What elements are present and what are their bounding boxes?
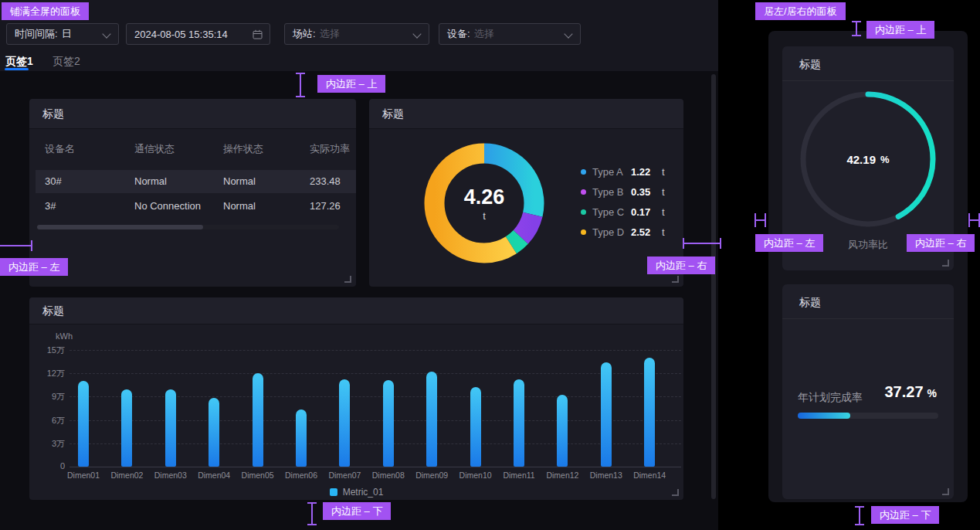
interval-select[interactable]: 时间间隔: 日: [6, 23, 119, 45]
donut-chart: [420, 139, 548, 267]
table-cell: 30#: [45, 170, 62, 193]
gridline: [70, 467, 681, 467]
table-row: 3#No ConnectionNormal127.26: [36, 195, 356, 218]
bar: [557, 395, 568, 467]
table-cell: Normal: [223, 195, 256, 218]
legend-value: 1.22: [631, 166, 656, 178]
device-select[interactable]: 设备: 选择: [439, 23, 581, 45]
legend-item[interactable]: Type B0.35t: [581, 182, 665, 202]
x-axis-tick-label: Dimen12: [537, 471, 587, 480]
progress-metric-label: 年计划完成率: [798, 391, 863, 405]
bar: [253, 373, 263, 467]
vertical-scrollbar[interactable]: [711, 74, 716, 499]
calendar-icon: [253, 29, 263, 42]
table-cell: 3#: [45, 195, 56, 218]
measure-marker-horizontal: [0, 240, 32, 251]
table-card: 标题 设备名通信状态操作状态实际功率 30#NormalNormal233.48…: [29, 99, 356, 287]
device-label: 设备:: [447, 27, 470, 41]
bar: [644, 358, 655, 467]
annotation-padding-top-main: 内边距 – 上: [317, 75, 385, 93]
tab-2[interactable]: 页签2: [53, 55, 80, 69]
y-axis-tick-label: 3万: [29, 438, 65, 450]
legend-name: Type D: [592, 226, 631, 238]
station-label: 场站:: [293, 27, 316, 41]
table-card-header: 标题: [29, 99, 356, 129]
table-row: 30#NormalNormal233.48: [36, 170, 356, 193]
legend-item[interactable]: Type C0.17t: [581, 202, 665, 222]
station-select[interactable]: 场站: 选择: [284, 23, 429, 45]
x-axis-tick-label: Dimen13: [582, 471, 631, 480]
toolbar: 时间间隔: 日 2024-08-05 15:35:14 场站: 选择 设备: 选…: [0, 0, 718, 71]
annotation-padding-bottom-main: 内边距 – 下: [323, 502, 391, 520]
donut-card-header: 标题: [369, 99, 683, 129]
table-cell: Normal: [223, 170, 256, 193]
bar: [383, 380, 394, 467]
measure-marker-vertical: [852, 21, 861, 36]
table-cell: 127.26: [310, 195, 341, 218]
donut-card-title: 标题: [382, 107, 404, 121]
table-header-cell: 通信状态: [134, 142, 175, 156]
resize-handle[interactable]: [672, 489, 679, 496]
gridline: [70, 373, 681, 374]
measure-marker-horizontal: [754, 213, 766, 227]
y-axis-tick-label: 6万: [29, 415, 65, 426]
progress-card-header: 标题: [782, 284, 954, 319]
legend-value: 2.52: [631, 226, 656, 238]
table-cell: 233.48: [310, 170, 341, 193]
table-header-row: 设备名通信状态操作状态实际功率: [29, 139, 356, 159]
progress-card-title: 标题: [799, 296, 821, 310]
table-header-cell: 设备名: [45, 142, 75, 156]
gridline: [70, 420, 681, 421]
legend-swatch: [330, 488, 337, 496]
measure-marker-vertical: [307, 502, 317, 525]
x-axis-tick-label: Dimen14: [625, 471, 674, 480]
bar: [514, 379, 524, 467]
table-card-title: 标题: [42, 107, 64, 121]
gridline: [70, 396, 681, 397]
bar: [296, 409, 307, 467]
legend-item[interactable]: Type A1.22t: [581, 161, 665, 182]
bar-chart-card: 标题 kWh 15万12万9万6万3万0Dimen01Dimen02Dimen0…: [29, 297, 683, 500]
gridline: [70, 350, 681, 351]
resize-handle[interactable]: [344, 276, 351, 283]
table-cell: No Connection: [134, 195, 201, 218]
legend-item[interactable]: Type D2.52t: [581, 222, 665, 242]
y-axis-tick-label: 15万: [29, 345, 65, 356]
legend-name: Type A: [592, 166, 631, 178]
tab-1[interactable]: 页签1: [5, 55, 33, 69]
bar: [339, 379, 350, 467]
y-axis-tick-label: 12万: [29, 368, 65, 379]
gauge-card-header: 标题: [782, 46, 954, 81]
legend-dot: [581, 169, 586, 175]
annotation-padding-right-main: 内边距 – 右: [647, 257, 715, 274]
datetime-input[interactable]: 2024-08-05 15:35:14: [126, 23, 270, 45]
legend-unit: t: [662, 206, 665, 218]
interval-value: 日: [62, 27, 72, 41]
interval-label: 时间间隔:: [15, 27, 58, 41]
measure-marker-vertical: [855, 506, 864, 525]
progress-card: 标题 年计划完成率 37.27%: [782, 284, 954, 499]
chevron-down-icon: [412, 29, 421, 38]
bar-legend[interactable]: Metric_01: [29, 487, 683, 498]
gauge-chart: [795, 86, 941, 233]
active-tab-indicator: [5, 68, 29, 70]
chevron-down-icon: [102, 29, 110, 38]
bar: [165, 389, 176, 467]
progress-unit: %: [927, 387, 937, 399]
legend-name: Type B: [592, 186, 631, 198]
bar: [209, 398, 219, 467]
x-axis-tick-label: Dimen11: [494, 471, 544, 480]
resize-handle[interactable]: [942, 488, 949, 495]
scrollbar-thumb[interactable]: [37, 225, 203, 229]
table-cell: Normal: [134, 170, 167, 193]
legend-unit: t: [662, 186, 665, 198]
bar-plot-area: 15万12万9万6万3万0Dimen01Dimen02Dimen03Dimen0…: [29, 297, 683, 500]
x-axis-tick-label: Dimen10: [451, 471, 500, 480]
annotation-side-panel: 居左/居右的面板: [755, 2, 846, 20]
resize-handle[interactable]: [672, 276, 679, 283]
datetime-value: 2024-08-05 15:35:14: [134, 29, 228, 40]
legend-dot: [581, 189, 586, 195]
legend-name: Type C: [592, 206, 631, 218]
resize-handle[interactable]: [942, 260, 949, 267]
progress-bar-fill: [798, 413, 850, 419]
